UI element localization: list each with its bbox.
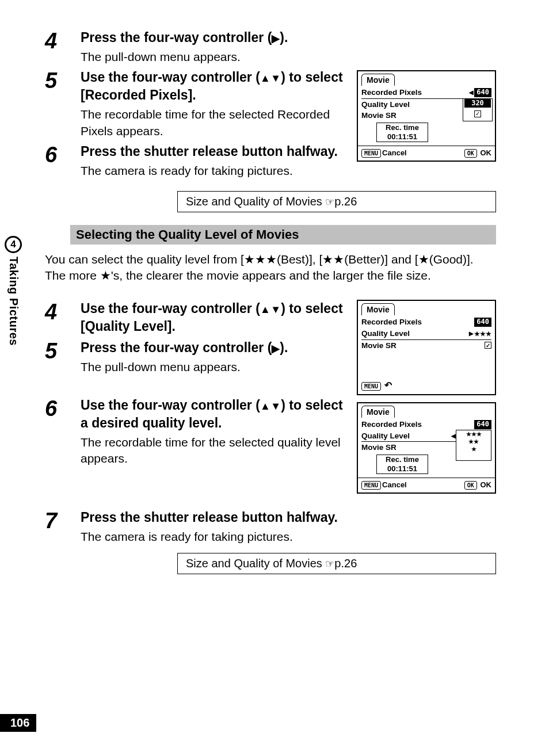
step-6a: 6 Press the shutter release button halfw… [45,143,346,179]
lcd-dropdown: ★★★ ★★ ★ [456,430,491,461]
left-arrow-icon: ◀ [451,432,456,440]
step-number: 4 [45,300,81,335]
step-number: 5 [45,68,81,139]
up-arrow-icon [260,398,270,413]
step-heading: Press the four-way controller (). [81,339,346,357]
left-arrow-icon: ◀ [469,89,474,96]
step-5a: 5 Use the four-way controller () to sele… [45,68,346,139]
star-rating: ★★ [456,438,491,445]
lcd-rec-time: Rec. time 00:11:51 [376,455,428,475]
back-icon: ↶ [384,380,392,390]
pointer-icon [325,557,334,570]
reference-box: Size and Quality of Movies p.26 [177,553,496,574]
menu-button-icon: MENU [361,382,381,391]
star-icon: ★ [418,253,429,266]
chapter-title: Taking Pictures [7,257,20,346]
chapter-number-badge: 4 [5,236,22,253]
lcd-option: 320 [464,99,491,108]
lcd-value-highlighted: 640 [474,88,491,97]
step-5b: 5 Press the four-way controller (). The … [45,339,346,375]
chapter-number: 4 [6,238,20,251]
reference-box: Size and Quality of Movies p.26 [177,191,496,212]
lcd-cancel-label: Cancel [382,148,407,157]
up-arrow-icon [260,301,270,316]
right-arrow-icon: ▶ [469,330,474,337]
step-description: The pull-down menu appears. [81,49,346,65]
step-description: The recordable time for the selected Rec… [81,106,346,139]
step-heading: Use the four-way controller () to select… [81,300,346,335]
step-7: 7 Press the shutter release button halfw… [45,509,496,545]
lcd-rec-time: Rec. time 00:11:51 [376,123,428,143]
lcd-value-highlighted: 640 [474,318,491,327]
star-icon: ★ [100,269,111,282]
lcd-label: Quality Level [361,431,451,441]
lcd-label: Recorded Pixels [361,87,468,98]
right-arrow-icon [272,30,280,45]
step-description: The recordable time for the selected qua… [81,434,346,467]
star-rating: ★★★ [474,330,491,338]
lcd-value-highlighted: 640 [474,420,491,429]
intro-paragraph: You can select the quality level from [★… [45,251,496,284]
menu-button-icon: MENU [361,481,381,490]
down-arrow-icon [270,301,281,316]
step-description: The camera is ready for taking pictures. [81,163,346,179]
menu-button-icon: MENU [361,149,381,158]
lcd-tab: Movie [361,74,395,86]
lcd-label: Recorded Pixels [361,317,474,327]
star-icon: ★★ [322,253,344,266]
down-arrow-icon [270,70,281,85]
ok-button-icon: OK [464,149,477,158]
ok-button-icon: OK [464,481,477,490]
step-description: The camera is ready for taking pictures. [81,529,496,545]
down-arrow-icon [270,398,281,413]
lcd-cancel-label: Cancel [382,480,407,489]
right-arrow-icon [272,340,280,355]
lcd-screenshot-recorded-pixels: Movie Recorded Pixels ◀ 640 Quality Leve… [357,70,496,162]
page-number: 106 [0,714,36,732]
lcd-tab: Movie [361,406,395,418]
step-4b: 4 Use the four-way controller () to sele… [45,300,346,335]
lcd-label: Movie SR [361,341,485,351]
lcd-label: Quality Level [361,100,463,110]
pointer-icon [325,195,334,208]
step-number: 7 [45,509,81,545]
step-heading: Use the four-way controller () to select… [81,396,346,432]
step-6b: 6 Use the four-way controller () to sele… [45,396,346,467]
step-heading: Use the four-way controller () to select… [81,68,346,104]
lcd-ok-label: OK [481,480,492,489]
lcd-label: Movie SR [361,442,456,453]
step-number: 6 [45,396,81,467]
checkbox-icon: ✓ [485,342,491,349]
checkbox-icon: ✓ [474,110,481,117]
lcd-label: Quality Level [361,329,468,339]
lcd-ok-label: OK [481,148,492,157]
lcd-label: Recorded Pixels [361,419,474,430]
lcd-screenshot-quality-select: Movie Recorded Pixels 640 Quality Level … [357,300,496,395]
step-4a: 4 Press the four-way controller (). The … [45,29,346,65]
section-header: Selecting the Quality Level of Movies [70,225,496,245]
up-arrow-icon [260,70,270,85]
lcd-label: Movie SR [361,110,463,121]
step-heading: Press the shutter release button halfway… [81,143,346,161]
step-number: 6 [45,143,81,179]
chapter-side-tab: 4 Taking Pictures [0,236,26,346]
step-heading: Press the four-way controller (). [81,29,346,47]
star-rating: ★★★ [456,430,491,438]
lcd-tab: Movie [361,303,395,315]
star-rating: ★ [456,445,491,453]
step-heading: Press the shutter release button halfway… [81,509,496,526]
step-description: The pull-down menu appears. [81,359,346,375]
star-icon: ★★★ [244,253,277,266]
lcd-screenshot-quality-dropdown: Movie Recorded Pixels 640 Quality Level … [357,402,496,494]
step-number: 4 [45,29,81,65]
step-number: 5 [45,339,81,375]
